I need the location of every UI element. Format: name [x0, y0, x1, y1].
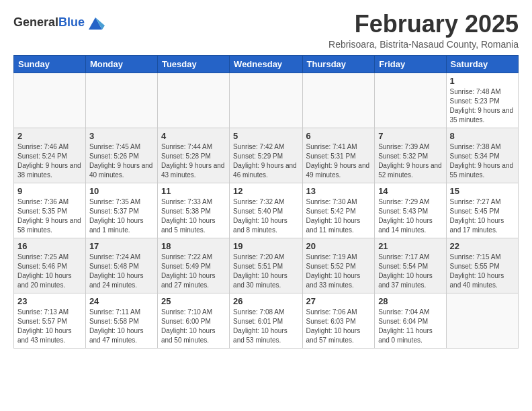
title-area: February 2025 Rebrisoara, Bistrita-Nasau… — [328, 11, 519, 50]
day-number: 16 — [17, 241, 82, 251]
day-number: 9 — [17, 186, 82, 196]
calendar-cell — [446, 293, 518, 348]
header-friday: Friday — [375, 55, 446, 73]
calendar-cell: 22Sunrise: 7:15 AM Sunset: 5:55 PM Dayli… — [446, 238, 518, 293]
day-number: 19 — [233, 241, 298, 251]
header-tuesday: Tuesday — [157, 55, 229, 73]
calendar-cell: 5Sunrise: 7:42 AM Sunset: 5:29 PM Daylig… — [230, 128, 302, 183]
header-thursday: Thursday — [302, 55, 375, 73]
calendar-week-row: 16Sunrise: 7:25 AM Sunset: 5:46 PM Dayli… — [14, 238, 519, 293]
day-number: 14 — [378, 186, 442, 196]
day-info: Sunrise: 7:45 AM Sunset: 5:26 PM Dayligh… — [89, 142, 154, 180]
day-info: Sunrise: 7:25 AM Sunset: 5:46 PM Dayligh… — [17, 253, 82, 290]
calendar-cell: 12Sunrise: 7:32 AM Sunset: 5:40 PM Dayli… — [230, 183, 302, 238]
day-number: 25 — [161, 296, 226, 306]
day-number: 10 — [89, 186, 154, 196]
calendar-cell — [85, 73, 157, 128]
calendar-cell: 6Sunrise: 7:41 AM Sunset: 5:31 PM Daylig… — [302, 128, 375, 183]
calendar-cell: 26Sunrise: 7:08 AM Sunset: 6:01 PM Dayli… — [230, 293, 302, 348]
day-number: 21 — [378, 241, 442, 251]
calendar-week-row: 23Sunrise: 7:13 AM Sunset: 5:57 PM Dayli… — [14, 293, 519, 348]
calendar-cell — [230, 73, 302, 128]
calendar-cell: 8Sunrise: 7:38 AM Sunset: 5:34 PM Daylig… — [446, 128, 518, 183]
calendar-cell: 16Sunrise: 7:25 AM Sunset: 5:46 PM Dayli… — [14, 238, 86, 293]
calendar-cell — [375, 73, 446, 128]
day-info: Sunrise: 7:13 AM Sunset: 5:57 PM Dayligh… — [17, 308, 82, 345]
day-info: Sunrise: 7:42 AM Sunset: 5:29 PM Dayligh… — [233, 142, 298, 180]
header-monday: Monday — [85, 55, 157, 73]
calendar-cell: 9Sunrise: 7:36 AM Sunset: 5:35 PM Daylig… — [14, 183, 86, 238]
calendar-cell: 14Sunrise: 7:29 AM Sunset: 5:43 PM Dayli… — [375, 183, 446, 238]
calendar-cell: 21Sunrise: 7:17 AM Sunset: 5:54 PM Dayli… — [375, 238, 446, 293]
day-info: Sunrise: 7:15 AM Sunset: 5:55 PM Dayligh… — [450, 253, 515, 290]
calendar-cell — [157, 73, 229, 128]
day-info: Sunrise: 7:48 AM Sunset: 5:23 PM Dayligh… — [450, 87, 515, 125]
day-info: Sunrise: 7:27 AM Sunset: 5:45 PM Dayligh… — [450, 197, 515, 235]
month-title: February 2025 — [328, 11, 519, 38]
day-number: 17 — [89, 241, 154, 251]
calendar-week-row: 2Sunrise: 7:46 AM Sunset: 5:24 PM Daylig… — [14, 128, 519, 183]
day-info: Sunrise: 7:20 AM Sunset: 5:51 PM Dayligh… — [233, 253, 298, 290]
location-subtitle: Rebrisoara, Bistrita-Nasaud County, Roma… — [328, 39, 519, 50]
calendar-cell: 19Sunrise: 7:20 AM Sunset: 5:51 PM Dayli… — [230, 238, 302, 293]
day-info: Sunrise: 7:06 AM Sunset: 6:03 PM Dayligh… — [306, 308, 371, 345]
day-number: 4 — [161, 131, 226, 141]
logo-blue-text: Blue — [58, 15, 85, 29]
day-number: 7 — [378, 131, 442, 141]
calendar-cell: 17Sunrise: 7:24 AM Sunset: 5:48 PM Dayli… — [85, 238, 157, 293]
day-info: Sunrise: 7:39 AM Sunset: 5:32 PM Dayligh… — [378, 142, 442, 180]
calendar-cell — [14, 73, 86, 128]
day-info: Sunrise: 7:24 AM Sunset: 5:48 PM Dayligh… — [89, 253, 154, 290]
calendar-cell: 4Sunrise: 7:44 AM Sunset: 5:28 PM Daylig… — [157, 128, 229, 183]
day-number: 26 — [233, 296, 298, 306]
day-info: Sunrise: 7:08 AM Sunset: 6:01 PM Dayligh… — [233, 308, 298, 345]
day-info: Sunrise: 7:17 AM Sunset: 5:54 PM Dayligh… — [378, 253, 442, 290]
day-info: Sunrise: 7:33 AM Sunset: 5:38 PM Dayligh… — [161, 197, 226, 235]
day-number: 23 — [17, 296, 82, 306]
calendar-cell: 13Sunrise: 7:30 AM Sunset: 5:42 PM Dayli… — [302, 183, 375, 238]
day-number: 2 — [17, 131, 82, 141]
day-number: 6 — [306, 131, 371, 141]
day-info: Sunrise: 7:19 AM Sunset: 5:52 PM Dayligh… — [306, 253, 371, 290]
day-number: 18 — [161, 241, 226, 251]
day-number: 28 — [378, 296, 442, 306]
day-number: 27 — [306, 296, 371, 306]
calendar-cell: 15Sunrise: 7:27 AM Sunset: 5:45 PM Dayli… — [446, 183, 518, 238]
calendar-cell: 28Sunrise: 7:04 AM Sunset: 6:04 PM Dayli… — [375, 293, 446, 348]
day-number: 8 — [450, 131, 515, 141]
logo-general-text: General — [13, 15, 58, 29]
calendar-table: SundayMondayTuesdayWednesdayThursdayFrid… — [13, 55, 519, 349]
calendar-cell: 1Sunrise: 7:48 AM Sunset: 5:23 PM Daylig… — [446, 73, 518, 128]
calendar-cell: 2Sunrise: 7:46 AM Sunset: 5:24 PM Daylig… — [14, 128, 86, 183]
day-info: Sunrise: 7:04 AM Sunset: 6:04 PM Dayligh… — [378, 308, 442, 345]
header-saturday: Saturday — [446, 55, 518, 73]
day-info: Sunrise: 7:30 AM Sunset: 5:42 PM Dayligh… — [306, 197, 371, 235]
calendar-header-row: SundayMondayTuesdayWednesdayThursdayFrid… — [14, 55, 519, 73]
day-info: Sunrise: 7:10 AM Sunset: 6:00 PM Dayligh… — [161, 308, 226, 345]
day-info: Sunrise: 7:29 AM Sunset: 5:43 PM Dayligh… — [378, 197, 442, 235]
page-header: GeneralBlue February 2025 Rebrisoara, Bi… — [13, 11, 519, 50]
calendar-week-row: 1Sunrise: 7:48 AM Sunset: 5:23 PM Daylig… — [14, 73, 519, 128]
day-info: Sunrise: 7:32 AM Sunset: 5:40 PM Dayligh… — [233, 197, 298, 235]
calendar-cell: 18Sunrise: 7:22 AM Sunset: 5:49 PM Dayli… — [157, 238, 229, 293]
day-info: Sunrise: 7:22 AM Sunset: 5:49 PM Dayligh… — [161, 253, 226, 290]
calendar-cell — [302, 73, 375, 128]
day-info: Sunrise: 7:36 AM Sunset: 5:35 PM Dayligh… — [17, 197, 82, 235]
header-sunday: Sunday — [14, 55, 86, 73]
calendar-cell: 11Sunrise: 7:33 AM Sunset: 5:38 PM Dayli… — [157, 183, 229, 238]
calendar-week-row: 9Sunrise: 7:36 AM Sunset: 5:35 PM Daylig… — [14, 183, 519, 238]
day-number: 3 — [89, 131, 154, 141]
day-number: 12 — [233, 186, 298, 196]
header-wednesday: Wednesday — [230, 55, 302, 73]
calendar-cell: 23Sunrise: 7:13 AM Sunset: 5:57 PM Dayli… — [14, 293, 86, 348]
calendar-cell: 20Sunrise: 7:19 AM Sunset: 5:52 PM Dayli… — [302, 238, 375, 293]
day-info: Sunrise: 7:38 AM Sunset: 5:34 PM Dayligh… — [450, 142, 515, 180]
day-number: 5 — [233, 131, 298, 141]
calendar-cell: 7Sunrise: 7:39 AM Sunset: 5:32 PM Daylig… — [375, 128, 446, 183]
day-info: Sunrise: 7:46 AM Sunset: 5:24 PM Dayligh… — [17, 142, 82, 180]
day-info: Sunrise: 7:11 AM Sunset: 5:58 PM Dayligh… — [89, 308, 154, 345]
calendar-cell: 24Sunrise: 7:11 AM Sunset: 5:58 PM Dayli… — [85, 293, 157, 348]
day-number: 1 — [450, 76, 515, 86]
logo-icon — [86, 13, 105, 32]
day-number: 20 — [306, 241, 371, 251]
